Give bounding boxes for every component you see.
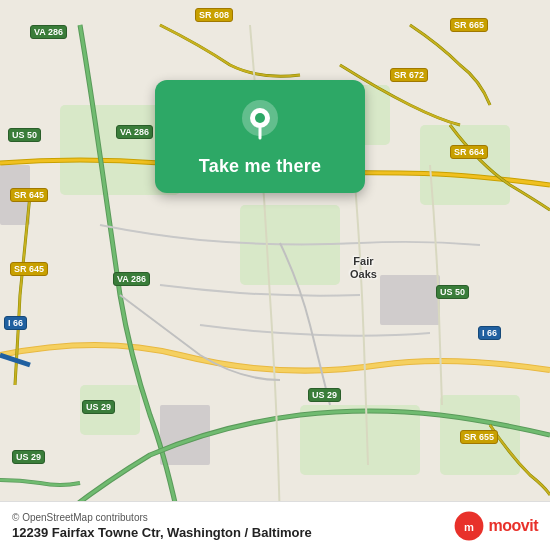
badge-va286-bot: VA 286 bbox=[113, 272, 150, 286]
moovit-icon: m bbox=[453, 510, 485, 542]
badge-sr655: SR 655 bbox=[460, 430, 498, 444]
svg-text:m: m bbox=[464, 521, 474, 533]
badge-sr645-bot: SR 645 bbox=[10, 262, 48, 276]
location-pin-icon bbox=[236, 98, 284, 146]
badge-sr664: SR 664 bbox=[450, 145, 488, 159]
badge-sr645-top: SR 645 bbox=[10, 188, 48, 202]
place-label-fair-oaks: FairOaks bbox=[350, 255, 377, 281]
take-me-there-button[interactable]: Take me there bbox=[199, 156, 321, 177]
location-card[interactable]: Take me there bbox=[155, 80, 365, 193]
moovit-text: moovit bbox=[489, 517, 538, 535]
badge-us29-mid: US 29 bbox=[308, 388, 341, 402]
badge-sr665: SR 665 bbox=[450, 18, 488, 32]
badge-us50-left: US 50 bbox=[8, 128, 41, 142]
copyright-text: © OpenStreetMap contributors bbox=[12, 512, 312, 523]
map-container: VA 286 SR 608 SR 665 SR 672 US 50 VA 286… bbox=[0, 0, 550, 550]
badge-sr672: SR 672 bbox=[390, 68, 428, 82]
bottom-bar: © OpenStreetMap contributors 12239 Fairf… bbox=[0, 501, 550, 550]
badge-va286-mid: VA 286 bbox=[116, 125, 153, 139]
badge-us50-right: US 50 bbox=[436, 285, 469, 299]
svg-point-12 bbox=[255, 113, 265, 123]
svg-rect-2 bbox=[420, 125, 510, 205]
badge-sr608: SR 608 bbox=[195, 8, 233, 22]
badge-i66-left: I 66 bbox=[4, 316, 27, 330]
badge-va286-top: VA 286 bbox=[30, 25, 67, 39]
moovit-logo: m moovit bbox=[453, 510, 538, 542]
address-text: 12239 Fairfax Towne Ctr, Washington / Ba… bbox=[12, 525, 312, 540]
badge-i66-right: I 66 bbox=[478, 326, 501, 340]
svg-rect-9 bbox=[380, 275, 440, 325]
badge-us29-left2: US 29 bbox=[12, 450, 45, 464]
badge-us29-left: US 29 bbox=[82, 400, 115, 414]
bottom-info: © OpenStreetMap contributors 12239 Fairf… bbox=[12, 512, 312, 540]
